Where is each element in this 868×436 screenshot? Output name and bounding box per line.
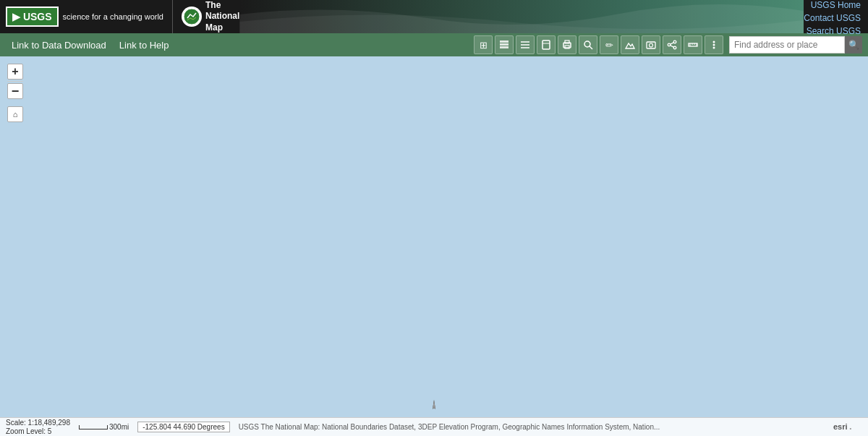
scale-info: Scale: 1:18,489,298 Zoom Level: 5 [6,419,70,435]
photo-icon[interactable] [642,35,660,54]
svg-rect-10 [565,40,569,43]
svg-text:.: . [849,421,852,432]
usgs-badge: ▶ USGS [6,7,59,27]
usgs-tagline: science for a changing world [63,12,163,22]
address-input[interactable] [729,36,845,54]
address-search-container: 🔍 [729,36,862,54]
map-container[interactable]: PACIFIC OCEAN [0,56,868,436]
header: ▶ USGS science for a changing world TheN… [0,0,868,33]
svg-marker-165 [433,400,435,409]
svg-point-16 [673,40,676,43]
header-wave [239,0,804,33]
coordinates-display[interactable]: -125.804 44.690 Degrees [137,422,229,432]
attribution-text: USGS The National Map: National Boundari… [239,423,825,431]
scale-ruler: 300mi [79,423,129,431]
zoom-divider [7,81,23,82]
scale-label: Scale: 1:18,489,298 [6,419,70,427]
esri-logo: esri . [833,420,862,435]
svg-line-20 [671,46,674,47]
ruler-bar [79,425,108,429]
map-info-bar: Scale: 1:18,489,298 Zoom Level: 5 300mi … [0,417,868,436]
usgs-home-link[interactable]: USGS Home [811,0,861,12]
home-button[interactable]: ⌂ [7,106,23,122]
svg-rect-2 [500,43,509,46]
national-map-logo: TheNationalMap [172,0,239,33]
layers-icon[interactable] [495,35,514,54]
svg-rect-14 [647,42,655,48]
nm-emblem [182,7,202,27]
search-location-icon[interactable] [579,35,597,54]
svg-point-0 [184,9,200,25]
svg-point-15 [650,43,653,47]
help-link[interactable]: Link to Help [114,40,175,51]
svg-point-17 [673,46,676,49]
basemap-icon[interactable]: ⊞ [474,35,493,54]
ruler-distance: 300mi [109,423,129,431]
svg-point-28 [713,47,715,49]
svg-line-19 [671,43,674,44]
svg-point-12 [584,41,590,47]
north-arrow[interactable] [428,399,440,411]
svg-rect-11 [565,46,569,48]
toolbar-icons: ⊞ ✏ [474,35,723,54]
header-left: ▶ USGS science for a changing world TheN… [0,0,239,33]
svg-rect-7 [542,40,550,49]
header-right: USGS Home Contact USGS Search USGS [804,0,868,38]
svg-line-13 [590,46,592,49]
national-map-title: TheNationalMap [205,0,239,33]
zoom-in-button[interactable]: + [7,64,23,80]
share-icon[interactable] [663,35,681,54]
svg-rect-3 [500,46,509,48]
zoom-out-button[interactable]: − [7,83,23,99]
data-download-link[interactable]: Link to Data Download [6,40,112,51]
contact-usgs-link[interactable]: Contact USGS [804,12,861,25]
svg-point-27 [713,44,715,46]
map-background [0,56,868,436]
bookmark-icon[interactable] [537,35,556,54]
legend-icon[interactable] [516,35,535,54]
measure-icon[interactable] [684,35,702,54]
svg-point-18 [668,43,671,46]
elevation-icon[interactable] [621,35,639,54]
svg-rect-1 [500,40,509,43]
zoom-label: Zoom Level: 5 [6,427,70,435]
svg-text:esri: esri [833,422,848,431]
draw-icon[interactable]: ✏ [600,35,618,54]
print-icon[interactable] [558,35,576,54]
usgs-logo: ▶ USGS science for a changing world [6,7,163,27]
address-search-button[interactable]: 🔍 [845,36,862,54]
usgs-icon-text: ▶ USGS [12,11,52,22]
svg-point-26 [713,41,715,43]
zoom-controls: + − ⌂ [7,64,23,122]
toolbar: Link to Data Download Link to Help ⊞ ✏ [0,33,868,56]
more-icon[interactable] [705,35,723,54]
